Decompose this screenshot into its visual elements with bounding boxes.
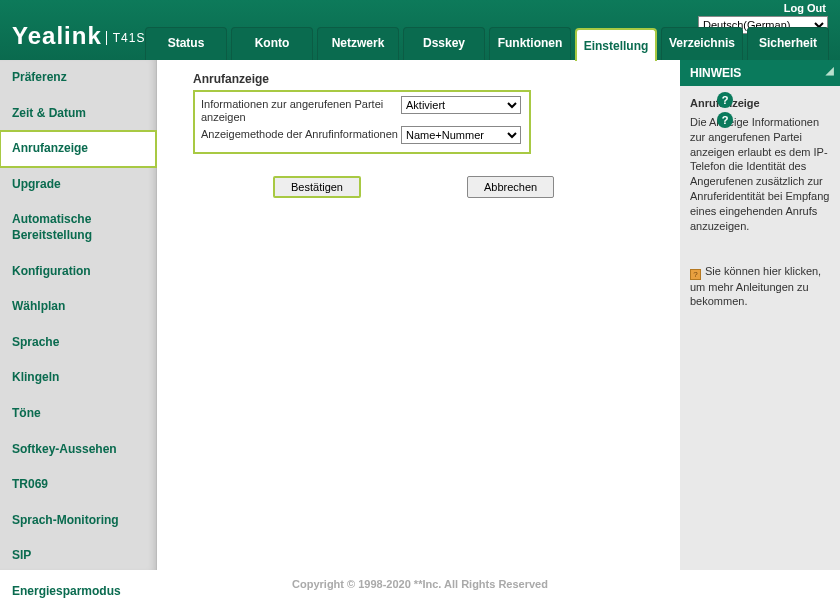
sidebar-item-tr069[interactable]: TR069 — [0, 467, 156, 503]
tab-dsskey[interactable]: Dsskey — [403, 27, 485, 60]
hint-text: Die Anzeige Informationen zur angerufene… — [690, 115, 830, 234]
header: Log Out Deutsch(German) YealinkT41S Stat… — [0, 0, 840, 60]
info-icon: ? — [690, 269, 701, 280]
tab-konto[interactable]: Konto — [231, 27, 313, 60]
tab-netzwerk[interactable]: Netzwerk — [317, 27, 399, 60]
sidebar-item-sip[interactable]: SIP — [0, 538, 156, 574]
body: Präferenz Zeit & Datum Anrufanzeige Upgr… — [0, 60, 840, 570]
select-called-party-info[interactable]: Aktiviert — [401, 96, 521, 114]
hint-panel: HINWEIS Anrufanzeige Die Anzeige Informa… — [680, 60, 840, 570]
confirm-button[interactable]: Bestätigen — [273, 176, 361, 198]
main-content: Anrufanzeige Informationen zur angerufen… — [157, 60, 680, 570]
main-tabs: Status Konto Netzwerk Dsskey Funktionen … — [145, 27, 829, 60]
cancel-button[interactable]: Abbrechen — [467, 176, 554, 198]
tab-funktionen[interactable]: Funktionen — [489, 27, 571, 60]
label-display-method: Anzeigemethode der Anrufinformationen — [201, 126, 401, 141]
hint-body: Anrufanzeige Die Anzeige Informationen z… — [680, 86, 840, 319]
sidebar-item-energiesparmodus[interactable]: Energiesparmodus — [0, 574, 156, 602]
sidebar-item-upgrade[interactable]: Upgrade — [0, 167, 156, 203]
select-display-method[interactable]: Name+Nummer — [401, 126, 521, 144]
sidebar-item-waehlplan[interactable]: Wählplan — [0, 289, 156, 325]
sidebar-item-anrufanzeige[interactable]: Anrufanzeige — [0, 130, 157, 168]
button-row: Bestätigen Abbrechen — [273, 176, 666, 198]
logout-link[interactable]: Log Out — [784, 2, 826, 14]
hint-more-link[interactable]: ?Sie können hier klicken, um mehr Anleit… — [690, 264, 830, 310]
sidebar-item-sprach-monitoring[interactable]: Sprach-Monitoring — [0, 503, 156, 539]
tab-verzeichnis[interactable]: Verzeichnis — [661, 27, 743, 60]
sidebar-item-sprache[interactable]: Sprache — [0, 325, 156, 361]
sidebar-item-klingeln[interactable]: Klingeln — [0, 360, 156, 396]
hint-header: HINWEIS — [680, 60, 840, 86]
hint-title: Anrufanzeige — [690, 96, 830, 111]
form-row-display-method: Anzeigemethode der Anrufinformationen Na… — [201, 126, 523, 144]
form-box: Informationen zur angerufenen Partei anz… — [193, 90, 531, 154]
sidebar: Präferenz Zeit & Datum Anrufanzeige Upgr… — [0, 60, 157, 570]
model-label: T41S — [106, 31, 146, 45]
sidebar-item-zeit-datum[interactable]: Zeit & Datum — [0, 96, 156, 132]
logo: YealinkT41S — [12, 22, 145, 50]
section-title: Anrufanzeige — [193, 72, 666, 86]
form-row-called-party-info: Informationen zur angerufenen Partei anz… — [201, 96, 523, 124]
tab-einstellungen[interactable]: Einstellung — [575, 28, 657, 61]
sidebar-item-konfiguration[interactable]: Konfiguration — [0, 254, 156, 290]
help-icon[interactable]: ? — [717, 92, 733, 108]
sidebar-item-praeferenz[interactable]: Präferenz — [0, 60, 156, 96]
sidebar-item-auto-bereitstellung[interactable]: Automatische Bereitstellung — [0, 202, 156, 253]
label-called-party-info: Informationen zur angerufenen Partei anz… — [201, 96, 401, 124]
sidebar-item-toene[interactable]: Töne — [0, 396, 156, 432]
help-icon[interactable]: ? — [717, 112, 733, 128]
tab-sicherheit[interactable]: Sicherheit — [747, 27, 829, 60]
tab-status[interactable]: Status — [145, 27, 227, 60]
sidebar-item-softkey[interactable]: Softkey-Aussehen — [0, 432, 156, 468]
